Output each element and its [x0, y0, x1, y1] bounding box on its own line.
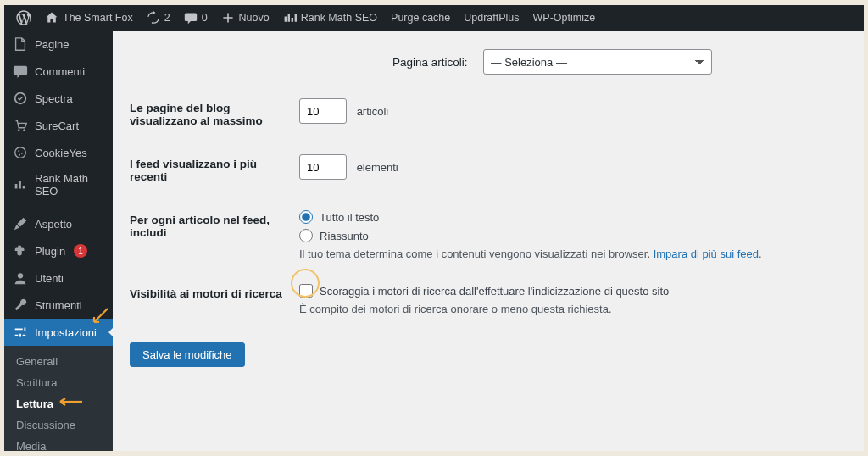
- comment-icon: [184, 11, 198, 25]
- update-icon: [147, 11, 160, 25]
- adminbar-site-name[interactable]: The Smart Fox: [38, 5, 140, 31]
- settings-submenu: Generali Scrittura Lettura Discussione M…: [4, 346, 113, 451]
- feed-description: Il tuo tema determina come i contenuti v…: [299, 247, 838, 260]
- svg-point-2: [23, 129, 25, 131]
- adminbar-wpoptimize[interactable]: WP-Optimize: [526, 5, 603, 31]
- adminbar-updraftplus[interactable]: UpdraftPlus: [457, 5, 526, 31]
- adminbar-new[interactable]: Nuovo: [214, 5, 276, 31]
- blog-max-input[interactable]: [299, 98, 347, 124]
- menu-settings[interactable]: Impostazioni: [4, 319, 113, 346]
- feed-summary-radio[interactable]: [299, 229, 313, 242]
- seo-visibility-label: Visibilità ai motori di ricerca: [130, 287, 282, 300]
- comments-count: 0: [202, 12, 208, 24]
- cookie-icon: [13, 145, 28, 160]
- seo-description: È compito dei motori di ricerca onorare …: [299, 303, 838, 315]
- menu-tools[interactable]: Strumenti: [4, 292, 113, 319]
- feed-recent-label: I feed visualizzano i più recenti: [130, 158, 257, 183]
- save-button[interactable]: Salva le modifiche: [130, 342, 245, 367]
- plugin-icon: [13, 243, 28, 259]
- feed-learn-more-link[interactable]: Impara di più sui feed: [654, 247, 759, 260]
- adminbar-comments[interactable]: 0: [177, 5, 214, 31]
- menu-comments[interactable]: Commenti: [4, 58, 113, 85]
- cart-icon: [13, 118, 28, 133]
- blog-max-label: Le pagine del blog visualizzano al massi…: [130, 102, 263, 127]
- svg-point-1: [18, 129, 19, 131]
- updates-count: 2: [164, 12, 170, 24]
- submenu-general[interactable]: Generali: [4, 351, 113, 372]
- menu-users[interactable]: Utenti: [4, 264, 113, 292]
- menu-rankmath[interactable]: Rank Math SEO: [4, 166, 113, 203]
- seo-checkbox-label: Scoraggia i motori di ricerca dall'effet…: [320, 285, 669, 298]
- feed-recent-unit: elementi: [357, 161, 398, 174]
- seo-discourage-checkbox[interactable]: [299, 284, 313, 298]
- wrench-icon: [13, 298, 28, 313]
- feed-include-label: Per ogni articolo nel feed, includi: [130, 214, 270, 239]
- spectra-icon: [13, 91, 28, 106]
- feed-full-label: Tutto il testo: [320, 211, 379, 224]
- wp-logo[interactable]: [9, 5, 38, 31]
- plus-icon: [221, 11, 235, 25]
- menu-surecart[interactable]: SureCart: [4, 112, 113, 139]
- home-icon: [45, 11, 58, 25]
- svg-point-7: [18, 273, 23, 278]
- submenu-reading[interactable]: Lettura: [4, 393, 113, 414]
- menu-appearance[interactable]: Aspetto: [4, 210, 113, 237]
- blog-max-unit: articoli: [357, 105, 389, 118]
- menu-pages[interactable]: Pagine: [4, 31, 113, 58]
- svg-point-4: [18, 150, 19, 152]
- svg-point-5: [21, 153, 23, 154]
- user-icon: [13, 270, 28, 286]
- chart-bar-icon: [13, 177, 28, 192]
- pages-icon: [13, 36, 28, 52]
- comment-icon: [13, 64, 28, 79]
- svg-point-3: [15, 147, 26, 158]
- settings-reading-content: Pagina articoli: — Seleziona — Le pagine…: [113, 31, 864, 451]
- chart-bar-icon: [283, 11, 297, 25]
- plugin-update-badge: 1: [74, 244, 87, 258]
- feed-summary-label: Riassunto: [320, 230, 369, 242]
- posts-page-label: Pagina articoli:: [392, 56, 476, 69]
- adminbar-purge-cache[interactable]: Purge cache: [384, 5, 457, 31]
- feed-full-radio[interactable]: [299, 210, 313, 224]
- submenu-discussion[interactable]: Discussione: [4, 414, 113, 436]
- sliders-icon: [13, 325, 28, 340]
- svg-point-6: [19, 154, 20, 156]
- adminbar-updates[interactable]: 2: [140, 5, 177, 31]
- submenu-media[interactable]: Media: [4, 436, 113, 451]
- brush-icon: [13, 216, 28, 231]
- feed-recent-input[interactable]: [299, 154, 347, 180]
- site-name-text: The Smart Fox: [63, 12, 133, 24]
- new-label: Nuovo: [239, 12, 270, 24]
- wordpress-icon: [16, 10, 31, 25]
- adminbar-rankmath[interactable]: Rank Math SEO: [276, 5, 384, 31]
- submenu-writing[interactable]: Scrittura: [4, 372, 113, 393]
- admin-sidebar: Pagine Commenti Spectra SureCart CookieY…: [4, 31, 113, 451]
- annotation-arrow-reading: [55, 397, 84, 407]
- posts-page-select[interactable]: — Seleziona —: [483, 49, 712, 75]
- menu-cookieyes[interactable]: CookieYes: [4, 139, 113, 166]
- menu-spectra[interactable]: Spectra: [4, 85, 113, 112]
- admin-toolbar: The Smart Fox 2 0 Nuovo Rank Math SEO Pu…: [4, 5, 864, 31]
- menu-plugins[interactable]: Plugin 1: [4, 237, 113, 264]
